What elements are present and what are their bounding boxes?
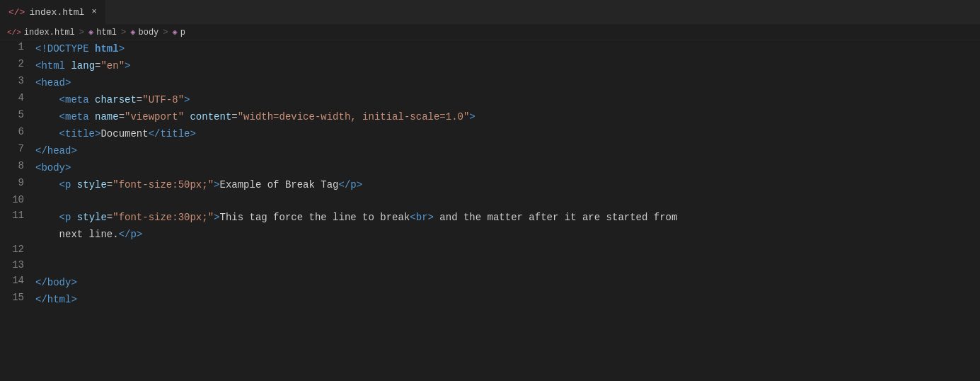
line-content-5: <meta name="viewport" content="width=dev… (35, 109, 980, 125)
tab-close-icon[interactable]: × (91, 7, 96, 17)
line-number-8: 8 (0, 160, 35, 171)
breadcrumb-sep-2: > (121, 28, 126, 38)
line-6: 6 <title>Document</title> (0, 125, 980, 142)
breadcrumb-sep-1: > (79, 28, 84, 38)
breadcrumb-body[interactable]: body (139, 28, 159, 38)
line-12: 12 (0, 243, 980, 258)
line-number-12: 12 (0, 244, 35, 255)
line-content-1: <!DOCTYPE html> (35, 41, 980, 57)
line-number-1: 1 (0, 41, 35, 52)
line-content-7: </head> (35, 143, 980, 159)
line-15: 15 </html> (0, 291, 980, 308)
line-7: 7 </head> (0, 142, 980, 159)
line-content-2: <html lang="en"> (35, 58, 980, 74)
tab-bar: </> index.html × (0, 0, 980, 25)
line-content-3: <head> (35, 75, 980, 91)
line-content-8: <body> (35, 160, 980, 176)
line-content-6: <title>Document</title> (35, 126, 980, 142)
line-number-11: 11 (0, 210, 35, 221)
breadcrumb-p-icon: ◈ (173, 27, 178, 38)
breadcrumb-file-icon: </> (7, 28, 21, 37)
line-number-6: 6 (0, 126, 35, 137)
line-14: 14 </body> (0, 274, 980, 291)
line-number-2: 2 (0, 58, 35, 69)
line-5: 5 <meta name="viewport" content="width=d… (0, 108, 980, 125)
breadcrumb-file[interactable]: index.html (24, 28, 75, 38)
breadcrumb-html-icon: ◈ (88, 27, 93, 38)
line-number-13: 13 (0, 259, 35, 271)
line-content-14: </body> (35, 275, 980, 290)
line-content-9: <p style="font-size:50px;">Example of Br… (35, 177, 980, 193)
tab-file-icon: </> (8, 7, 25, 18)
line-content-15: </html> (35, 292, 980, 307)
line-content-11-cont: next line.</p> (35, 227, 980, 242)
line-number-4: 4 (0, 92, 35, 103)
line-number-14: 14 (0, 275, 35, 286)
line-number-5: 5 (0, 109, 35, 120)
line-8: 8 <body> (0, 159, 980, 176)
tab-index-html[interactable]: </> index.html × (0, 0, 106, 25)
breadcrumb-body-icon: ◈ (130, 27, 135, 38)
line-number-10: 10 (0, 194, 35, 205)
line-13: 13 (0, 258, 980, 274)
line-content-4: <meta charset="UTF-8"> (35, 92, 980, 108)
line-10: 10 (0, 193, 980, 209)
line-number-9: 9 (0, 177, 35, 188)
breadcrumb-sep-3: > (163, 28, 168, 38)
breadcrumb-p[interactable]: p (180, 28, 185, 38)
line-content-11: <p style="font-size:30px;">This tag forc… (35, 210, 980, 225)
line-number-15: 15 (0, 292, 35, 303)
line-3: 3 <head> (0, 74, 980, 91)
line-2: 2 <html lang="en"> (0, 57, 980, 74)
line-number-3: 3 (0, 75, 35, 86)
tab-label: index.html (29, 7, 84, 18)
line-1: 1 <!DOCTYPE html> (0, 40, 980, 57)
line-4: 4 <meta charset="UTF-8"> (0, 91, 980, 108)
line-9: 9 <p style="font-size:50px;">Example of … (0, 176, 980, 193)
line-number-7: 7 (0, 143, 35, 154)
line-11-cont: next line.</p> (0, 226, 980, 243)
breadcrumb: </> index.html > ◈ html > ◈ body > ◈ p (0, 25, 980, 40)
breadcrumb-html[interactable]: html (96, 28, 117, 38)
editor: 1 <!DOCTYPE html> 2 <html lang="en"> 3 <… (0, 40, 980, 381)
line-11: 11 <p style="font-size:30px;">This tag f… (0, 209, 980, 226)
